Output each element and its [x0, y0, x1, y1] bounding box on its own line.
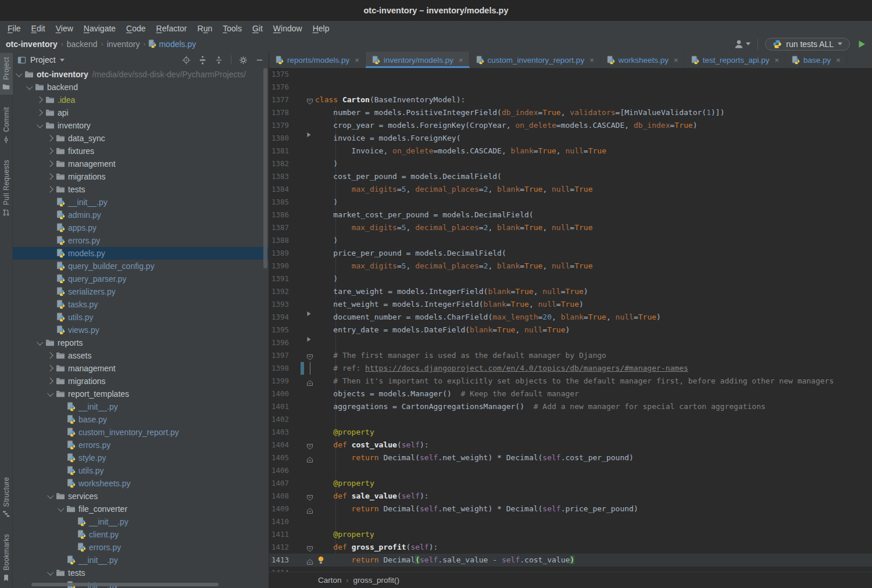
menu-item-edit[interactable]: Edit: [26, 22, 51, 35]
tree-item[interactable]: errors.py: [13, 541, 269, 554]
breadcrumb-item[interactable]: backend: [66, 40, 99, 49]
code-line[interactable]: 1387 max_digits=5, decimal_places=2, bla…: [269, 221, 872, 234]
tool-window-button-commit[interactable]: Commit: [0, 103, 13, 147]
tree-item[interactable]: tests: [13, 183, 269, 196]
menu-item-run[interactable]: Run: [192, 22, 218, 35]
chevron-down-icon[interactable]: [60, 59, 65, 62]
tree-horizontal-scrollbar[interactable]: [31, 583, 219, 586]
menu-item-view[interactable]: View: [51, 22, 78, 35]
fold-region-start-icon[interactable]: [306, 96, 313, 103]
tree-item[interactable]: migrations: [13, 170, 269, 183]
code-line[interactable]: 1398 # ref: https://docs.djangoproject.c…: [269, 362, 872, 375]
tree-item[interactable]: utils.py: [13, 311, 269, 324]
tree-item[interactable]: worksheets.py: [13, 477, 269, 490]
close-icon[interactable]: ×: [774, 56, 779, 64]
code-line[interactable]: 1400 objects = models.Manager() # Keep t…: [269, 388, 872, 400]
tree-vertical-scrollbar[interactable]: [263, 68, 267, 268]
menu-item-tools[interactable]: Tools: [217, 22, 247, 35]
tree-item[interactable]: reports: [13, 336, 269, 349]
code-line[interactable]: 1378 number = models.PositiveIntegerFiel…: [269, 106, 872, 119]
tree-item[interactable]: .idea: [13, 94, 269, 106]
fold-region-start-icon[interactable]: [306, 544, 313, 551]
tree-item[interactable]: errors.py: [13, 234, 269, 247]
chevron-right-icon[interactable]: [47, 148, 53, 155]
code-line[interactable]: 1394 document_number = models.CharField(…: [269, 311, 872, 324]
code-line[interactable]: 1380 invoice = models.ForeignKey(: [269, 132, 872, 145]
tree-item[interactable]: admin.py: [13, 209, 269, 221]
breadcrumb-item[interactable]: inventory: [106, 40, 141, 49]
close-icon[interactable]: ×: [459, 56, 463, 64]
tree-item[interactable]: report_templates: [13, 388, 269, 400]
tree-item[interactable]: file_converter: [13, 503, 269, 515]
fold-region-start-icon[interactable]: [306, 493, 313, 500]
menu-item-git[interactable]: Git: [247, 22, 268, 35]
settings-icon[interactable]: [239, 56, 248, 64]
tree-item[interactable]: tasks.py: [13, 298, 269, 311]
code-line[interactable]: 1407 @property: [269, 477, 872, 490]
code-line[interactable]: 1414: [269, 567, 872, 572]
close-icon[interactable]: ×: [589, 56, 594, 64]
code-line[interactable]: 1390 max_digits=5, decimal_places=2, bla…: [269, 260, 872, 273]
code-line[interactable]: 1411 @property: [269, 528, 872, 541]
code-line[interactable]: 1410: [269, 515, 872, 528]
code-line[interactable]: 1385 ): [269, 196, 872, 209]
code-line[interactable]: 1396: [269, 336, 872, 349]
breadcrumb-file[interactable]: models.py: [148, 40, 196, 49]
code-line[interactable]: 1375: [269, 68, 872, 81]
fold-arrow-icon[interactable]: [306, 308, 312, 314]
code-line[interactable]: 1388 ): [269, 234, 872, 247]
code-line[interactable]: 1382 ): [269, 157, 872, 170]
editor-tab[interactable]: worksheets.py×: [601, 52, 685, 68]
run-configuration-button[interactable]: run tests ALL: [765, 38, 850, 51]
code-line[interactable]: 1413 return Decimal(self.sale_value - se…: [269, 554, 872, 567]
tool-window-button-bookmarks[interactable]: Bookmarks: [0, 530, 13, 586]
menu-item-file[interactable]: File: [2, 22, 26, 35]
collapse-all-icon[interactable]: [215, 56, 223, 64]
code-line[interactable]: 1408 def sale_value(self):: [269, 490, 872, 503]
editor-tab[interactable]: test_reports_api.py×: [685, 52, 785, 68]
chevron-right-icon[interactable]: [47, 353, 53, 359]
code-editor[interactable]: 137513761377class Carton(BaseInventoryMo…: [269, 68, 872, 572]
chevron-down-icon[interactable]: [58, 505, 65, 511]
tree-item[interactable]: views.py: [13, 324, 269, 336]
fold-region-end-icon[interactable]: [306, 505, 313, 512]
tree-item[interactable]: __init__.py: [13, 196, 269, 209]
tool-window-button-structure[interactable]: Structure: [0, 473, 13, 522]
tree-item[interactable]: models.py: [13, 247, 269, 260]
tree-item[interactable]: apps.py: [13, 221, 269, 234]
code-line[interactable]: 1402: [269, 413, 872, 426]
tree-item[interactable]: otc-inventory/media/dev/ssd-disk-dev/Pyc…: [13, 68, 269, 81]
code-line[interactable]: 1381 Invoice, on_delete=models.CASCADE, …: [269, 145, 872, 157]
chevron-right-icon[interactable]: [47, 365, 53, 372]
editor-tab[interactable]: reports/models.py×: [269, 52, 366, 68]
fold-region-start-icon[interactable]: [306, 352, 313, 359]
fold-arrow-icon[interactable]: [306, 334, 312, 339]
code-line[interactable]: 1379 crop_year = models.ForeignKey(CropY…: [269, 119, 872, 132]
code-line[interactable]: 1386 market_cost_per_pound = models.Deci…: [269, 209, 872, 221]
locate-icon[interactable]: [182, 56, 191, 64]
tree-item[interactable]: client.py: [13, 528, 269, 541]
tree-item[interactable]: errors.py: [13, 439, 269, 451]
tree-item[interactable]: query_parser.py: [13, 273, 269, 285]
tree-item[interactable]: __init__.py: [13, 400, 269, 413]
code-line[interactable]: 1389 price_per_pound = models.DecimalFie…: [269, 247, 872, 260]
chevron-right-icon[interactable]: [37, 97, 43, 103]
editor-tab[interactable]: inventory/models.py×: [366, 52, 470, 68]
code-line[interactable]: 1383 cost_per_pound = models.DecimalFiel…: [269, 170, 872, 183]
tool-window-button-pull-requests[interactable]: Pull Requests: [0, 156, 13, 220]
code-line[interactable]: 1406: [269, 464, 872, 477]
code-line[interactable]: 1404 def cost_value(self):: [269, 439, 872, 451]
code-line[interactable]: 1412 def gross_profit(self):: [269, 541, 872, 554]
code-line[interactable]: 1397 # The first manager is used as the …: [269, 349, 872, 362]
hide-icon[interactable]: [255, 56, 264, 64]
intention-lightbulb-icon[interactable]: [317, 556, 324, 565]
tree-item[interactable]: base.py: [13, 413, 269, 426]
tree-item[interactable]: data_sync: [13, 132, 269, 145]
code-line[interactable]: 1384 max_digits=5, decimal_places=2, bla…: [269, 183, 872, 196]
code-line[interactable]: 1391 ): [269, 273, 872, 285]
tree-item[interactable]: services: [13, 490, 269, 503]
tree-item[interactable]: assets: [13, 349, 269, 362]
chevron-right-icon[interactable]: [47, 174, 53, 180]
code-line[interactable]: 1392 tare_weight = models.IntegerField(b…: [269, 285, 872, 298]
menu-item-refactor[interactable]: Refactor: [151, 22, 192, 35]
